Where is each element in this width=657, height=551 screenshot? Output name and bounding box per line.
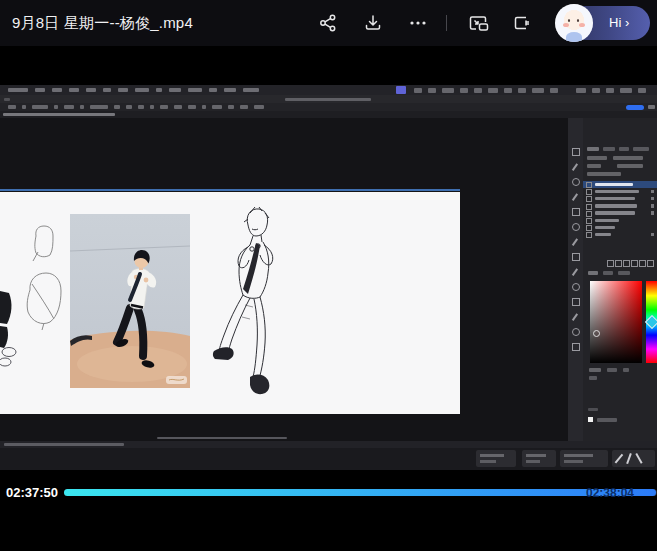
- layer-row: [583, 203, 657, 210]
- tool-icon: [572, 208, 580, 216]
- option-blur: [8, 105, 16, 109]
- menu-item-blur: [135, 88, 149, 92]
- menu-icon-blur: [532, 88, 544, 93]
- app-bottom-strip: [0, 448, 657, 470]
- document-tab-text-blur: [3, 113, 115, 117]
- menu-item-blur: [243, 88, 259, 92]
- video-area: [0, 46, 657, 484]
- menu-icon-blur: [638, 88, 646, 93]
- progress-row: 02:37:50 02:38:04: [0, 484, 657, 504]
- menu-icon-blur: [414, 88, 422, 93]
- option-blur: [228, 105, 234, 109]
- layer-row: [583, 188, 657, 195]
- menu-icon-blur: [428, 88, 436, 93]
- app-status-bar: [0, 441, 657, 448]
- menu-item-blur: [118, 88, 128, 92]
- more-options-icon[interactable]: [408, 13, 428, 33]
- layer-row: [583, 217, 657, 224]
- picture-in-picture-icon[interactable]: [468, 13, 488, 33]
- option-blur: [114, 105, 120, 109]
- share-icon[interactable]: [318, 13, 338, 33]
- video-frame[interactable]: [0, 85, 657, 470]
- tool-icon: [572, 283, 580, 291]
- option-blur: [160, 105, 168, 109]
- line-art-figure: [213, 207, 273, 394]
- menu-icon-blur: [504, 88, 512, 93]
- menu-item-blur: [188, 88, 202, 92]
- menu-icon-blur: [518, 88, 526, 93]
- current-time: 02:37:50: [6, 485, 58, 500]
- decor-block: [526, 454, 546, 457]
- panel-icon: [631, 260, 638, 267]
- tool-icon: [572, 313, 578, 320]
- menu-item-blur: [52, 88, 62, 92]
- decor-block: [480, 460, 496, 463]
- mini-panel: [522, 450, 556, 467]
- tool-icon: [572, 253, 580, 261]
- menu-item-blur: [35, 88, 45, 92]
- option-blur: [32, 105, 48, 109]
- left-partial-figure: [0, 291, 16, 366]
- app-title-text-blur: [285, 98, 371, 102]
- option-blur: [80, 105, 84, 109]
- side-panel: [583, 118, 657, 441]
- options-blue-button: [626, 105, 644, 111]
- app-options-bar: [0, 103, 657, 111]
- canvas-guide-line: [0, 189, 460, 191]
- account-button[interactable]: Hi ›: [557, 6, 650, 40]
- panel-icon: [623, 260, 630, 267]
- layer-row: [583, 231, 657, 238]
- menu-item-blur: [69, 88, 79, 92]
- progress-bar[interactable]: [64, 489, 657, 496]
- app-workspace: [0, 118, 657, 441]
- tool-icon: [572, 328, 580, 336]
- tool-icon: [572, 238, 578, 245]
- menu-active-item: [396, 86, 406, 94]
- menu-item-blur: [86, 88, 96, 92]
- download-icon[interactable]: [363, 13, 383, 33]
- option-blur: [64, 105, 74, 109]
- status-text-blur: [4, 443, 124, 446]
- mini-panel: [560, 450, 608, 467]
- decor-block: [615, 454, 623, 463]
- menu-item-blur: [224, 88, 236, 92]
- panel-icon: [615, 260, 622, 267]
- option-blur: [138, 105, 144, 109]
- total-time: 02:38:04: [586, 486, 634, 500]
- layer-row: [583, 195, 657, 202]
- app-title-bar: [0, 95, 657, 103]
- option-blur: [202, 105, 206, 109]
- menu-icon-blur: [576, 88, 586, 93]
- account-label: Hi ›: [609, 6, 629, 40]
- layer-row: [583, 210, 657, 217]
- mini-panel: [476, 450, 516, 467]
- option-blur: [90, 105, 108, 109]
- option-blur: [22, 105, 26, 109]
- menu-icon-blur: [550, 88, 558, 93]
- menu-item-blur: [169, 88, 181, 92]
- video-player: 9月8日 星期一--杨俊_.mp4: [0, 0, 657, 551]
- header-divider: [446, 15, 447, 31]
- menu-icon-blur: [442, 88, 454, 93]
- option-blur: [254, 105, 264, 109]
- menu-icon-blur: [460, 88, 468, 93]
- tool-icon: [572, 268, 578, 275]
- color-picker-marker: [593, 330, 600, 337]
- option-blur: [212, 105, 222, 109]
- option-blur: [240, 105, 248, 109]
- layer-row: [583, 224, 657, 231]
- tool-icon: [572, 178, 580, 186]
- menu-icon-blur: [592, 88, 600, 93]
- menu-item-blur: [8, 88, 28, 92]
- tool-palette: [568, 118, 583, 441]
- reference-photo: [70, 214, 190, 388]
- tool-icon: [572, 298, 580, 306]
- layers-panel: [583, 181, 657, 241]
- tool-icon: [572, 148, 580, 156]
- menu-icon-blur: [606, 88, 614, 93]
- decor-block: [526, 460, 540, 463]
- layer-row-selected: [583, 181, 657, 188]
- mini-window-icon[interactable]: [512, 13, 532, 33]
- tool-icon: [572, 163, 578, 170]
- menu-item-blur: [156, 88, 162, 92]
